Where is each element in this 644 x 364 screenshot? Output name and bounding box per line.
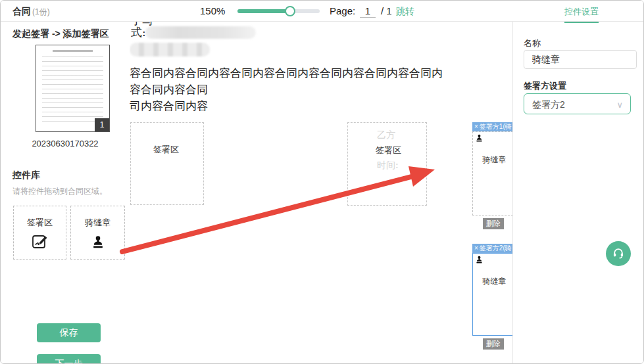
zoom-slider-handle[interactable] [285,6,295,16]
thumbnail-page-badge: 1 [95,118,109,131]
page-number-input[interactable] [360,5,376,18]
paging-seal-1-label: 骑缝章 [473,154,512,166]
signature-icon [14,234,66,250]
paragraph-line-2: 司内容合同内容 [130,98,444,114]
title-count: (1份) [32,7,50,16]
signature-area-2-label: 签署区 [376,145,401,156]
signature-area-1-label: 签署区 [153,144,179,156]
document-set-title: 合同(1份) [12,6,50,18]
document-mode-line: 式: [131,25,146,40]
signature-area-placed-1[interactable]: 签署区 [130,122,204,205]
paragraph-line-1: 容合同内容合同内容合同内容合同内容合同内容合同内容合同内容合同内容合同 [130,65,444,98]
paging-seal-2-body[interactable]: 骑缝章 [472,253,512,336]
stamp-icon [475,255,483,267]
paging-seal-2-label: 骑缝章 [473,276,512,287]
paging-seal-2-signer: 签署方2(骑 [480,244,512,252]
tab-control-settings[interactable]: 控件设置 [564,6,599,23]
sidebar-heading: 发起签署 -> 添加签署区 [12,28,109,40]
app-window: 合同(1份) 150% Page: / 1 跳转 控件设置 发起签署 -> 添加… [0,0,644,364]
stamp-icon [475,133,483,145]
redacted-text-block-2 [130,43,210,57]
delete-button[interactable]: 删除 [483,338,504,350]
paging-seal-widget-2[interactable]: ×签署方2(骑 骑缝章 删除 [472,244,512,350]
signature-area-placed-2[interactable]: 乙方 签署区 时间: [347,122,427,206]
control-library-hint: 请将控件拖动到合同区域。 [12,186,107,197]
page-thumbnail[interactable]: 1 [36,45,110,132]
paging-seal-1-signer: 签署方1(骑 [480,123,512,130]
paging-seal-1-header: ×签署方1(骑 [472,122,512,131]
redacted-text-block-1 [145,26,256,39]
control-settings-panel: 名称 签署方设置 签署方2 ∨ [512,1,644,364]
sidebar: 发起签署 -> 添加签署区 1 20230630170322 控件库 请将控件拖… [1,22,130,364]
thumbnail-caption: 20230630170322 [1,139,130,148]
signer-select[interactable]: 签署方2 ∨ [524,93,631,114]
page-total: / 1 [381,5,392,16]
underlying-text-party-b: 乙方 [377,129,395,141]
thumbnail-title-line [53,50,93,52]
underlying-text-time: 时间: [377,160,399,171]
close-icon[interactable]: × [474,123,478,130]
control-paging-seal-label: 骑缝章 [71,217,124,229]
next-step-button[interactable]: 下一步 [37,354,101,364]
save-button[interactable]: 保存 [37,323,101,342]
delete-button[interactable]: 删除 [483,218,504,229]
control-signature-area[interactable]: 签署区 [13,206,66,260]
control-library-title: 控件库 [12,170,40,181]
name-input[interactable] [524,50,637,69]
zoom-slider[interactable] [237,9,320,13]
top-toolbar: 合同(1份) 150% Page: / 1 跳转 控件设置 [1,1,643,22]
control-paging-seal[interactable]: 骑缝章 [70,206,125,260]
zoom-level-value: 150% [200,5,225,16]
paging-seal-widget-1[interactable]: ×签署方1(骑 骑缝章 删除 [472,122,512,229]
signer-setting-label: 签署方设置 [524,80,566,92]
close-icon[interactable]: × [474,244,478,252]
name-field-label: 名称 [524,37,541,49]
document-canvas: 手写 式: 容合同内容合同内容合同内容合同内容合同内容合同内容合同内容合同内容合… [130,22,512,364]
document-paragraph: 容合同内容合同内容合同内容合同内容合同内容合同内容合同内容合同内容合同 司内容合… [130,65,444,114]
thumbnail-text-lines [42,55,103,122]
jump-to-page-button[interactable]: 跳转 [396,6,414,18]
chevron-down-icon: ∨ [616,100,623,110]
headset-icon [612,246,625,262]
title-text: 合同 [12,6,31,16]
control-signature-label: 签署区 [14,217,66,229]
signer-select-value: 签署方2 [532,99,565,111]
customer-service-button[interactable] [606,241,631,266]
stamp-icon [71,234,124,250]
paging-seal-2-header: ×签署方2(骑 [472,244,512,253]
paging-seal-1-body[interactable]: 骑缝章 [472,131,512,216]
page-label: Page: [330,5,355,16]
zoom-slider-fill [237,9,290,13]
